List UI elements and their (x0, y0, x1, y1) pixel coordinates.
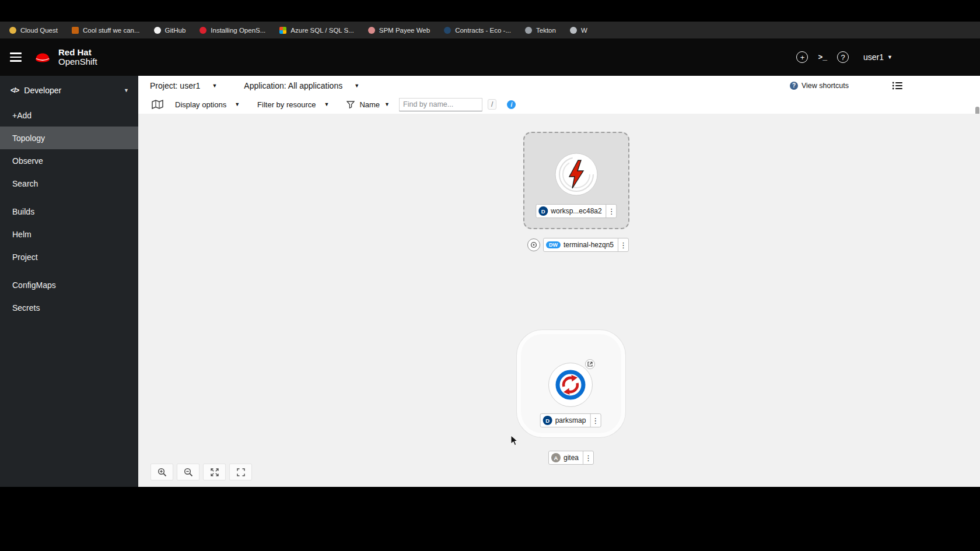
devworkspace-badge: DW (546, 241, 561, 248)
kebab-menu-icon[interactable]: ⋮ (590, 414, 600, 427)
redhat-fedora-icon (32, 50, 53, 65)
context-bar: Project: user1 ▼ Application: All applic… (138, 76, 980, 96)
zoom-out-button[interactable] (177, 464, 200, 480)
sidebar-item-helm[interactable]: Helm (0, 223, 138, 245)
chevron-down-icon: ▼ (124, 87, 129, 93)
brand-text: Red Hat OpenShift (58, 48, 97, 66)
hamburger-menu-icon[interactable] (10, 52, 22, 62)
name-filter-dropdown[interactable]: Name ▼ (346, 100, 390, 109)
display-options-dropdown[interactable]: Display options ▼ (175, 100, 240, 109)
sidebar-item-add[interactable]: +Add (0, 104, 138, 127)
mouse-cursor-icon (510, 435, 519, 446)
name-filter-label: Name (359, 100, 380, 109)
bookmark-cloud-quest[interactable]: Cloud Quest (9, 27, 58, 34)
parksmap-sync-icon (554, 368, 587, 401)
gitea-node-label[interactable]: A gitea ⋮ (548, 451, 594, 465)
bookmarks-bar: Cloud Quest Cool stuff we can... GitHub … (0, 22, 980, 38)
bookmark-label: Installing OpenS... (211, 27, 265, 34)
workspace-node[interactable]: D worksp...ec48a2 ⋮ (523, 132, 629, 229)
chevron-down-icon: ▼ (212, 83, 217, 89)
sidebar: </> Developer ▼ +Add Topology Observe Se… (0, 76, 138, 487)
kebab-menu-icon[interactable]: ⋮ (606, 205, 617, 217)
bookmark-github[interactable]: GitHub (154, 27, 186, 34)
masthead: Red Hat OpenShift + >_ ? user1 ▼ (0, 38, 980, 76)
display-options-label: Display options (175, 100, 226, 109)
filter-funnel-icon (346, 101, 355, 108)
bookmark-label: Contracts - Eco -... (455, 27, 511, 34)
project-dropdown[interactable]: Project: user1 ▼ (150, 81, 217, 90)
devworkspace-bolt-icon[interactable] (554, 152, 598, 196)
web-terminal-icon[interactable]: >_ (818, 53, 827, 62)
perspective-switcher[interactable]: </> Developer ▼ (0, 76, 138, 104)
chevron-down-icon: ▼ (324, 101, 330, 107)
parksmap-node-name: parksmap (555, 416, 590, 424)
bookmark-azure-sql[interactable]: Azure SQL / SQL S... (279, 27, 354, 34)
deployment-badge: D (543, 416, 552, 425)
terminal-node[interactable]: DW terminal-hezqn5 ⋮ (527, 238, 629, 252)
chevron-down-icon: ▼ (384, 101, 390, 107)
kebab-menu-icon[interactable]: ⋮ (618, 238, 628, 251)
chevron-down-icon: ▼ (235, 101, 240, 107)
workspace-node-label[interactable]: D worksp...ec48a2 ⋮ (536, 204, 617, 218)
zoom-in-button[interactable] (150, 464, 173, 480)
parksmap-node-label[interactable]: D parksmap ⋮ (540, 413, 601, 427)
bookmark-favicon-icon (444, 27, 451, 34)
bookmark-label: SPM Payee Web (379, 27, 430, 34)
list-view-icon[interactable] (892, 81, 903, 90)
bookmark-w[interactable]: W (570, 27, 587, 34)
fit-to-screen-button[interactable] (203, 464, 226, 480)
help-icon[interactable]: ? (837, 51, 849, 63)
bookmark-installing-openshift[interactable]: Installing OpenS... (200, 27, 265, 34)
add-plus-icon[interactable]: + (796, 51, 808, 63)
globe-icon (570, 27, 577, 34)
bookmark-label: W (581, 27, 587, 34)
sidebar-item-label: Project (12, 252, 38, 262)
brand-logo: Red Hat OpenShift (32, 48, 97, 66)
parksmap-node[interactable] (548, 363, 593, 407)
bookmark-cool-stuff[interactable]: Cool stuff we can... (72, 27, 140, 34)
find-by-name-input[interactable] (399, 98, 482, 111)
view-shortcuts-label: View shortcuts (802, 82, 849, 90)
bookmark-contracts[interactable]: Contracts - Eco -... (444, 27, 511, 34)
openshift-icon (200, 27, 206, 34)
sidebar-item-label: Builds (12, 207, 34, 216)
sidebar-item-configmaps[interactable]: ConfigMaps (0, 273, 138, 296)
external-link-icon[interactable] (585, 359, 595, 369)
info-icon[interactable]: i (507, 100, 516, 109)
topology-canvas[interactable]: D worksp...ec48a2 ⋮ DW terminal-hezqn5 ⋮ (138, 114, 980, 487)
slash-shortcut-key: / (488, 99, 496, 110)
user-menu[interactable]: user1 ▼ (863, 52, 892, 62)
sidebar-item-label: Search (12, 179, 38, 188)
filter-by-resource-dropdown[interactable]: Filter by resource ▼ (257, 100, 329, 109)
gitea-node-name: gitea (564, 454, 583, 462)
filter-by-resource-label: Filter by resource (257, 100, 316, 109)
devworkspace-decorator-icon[interactable] (527, 238, 540, 251)
bookmark-label: GitHub (165, 27, 186, 34)
bookmark-label: Azure SQL / SQL S... (290, 27, 354, 34)
sidebar-item-builds[interactable]: Builds (0, 200, 138, 223)
application-badge: A (551, 453, 561, 462)
bookmark-label: Cloud Quest (20, 27, 58, 34)
bookmark-tekton[interactable]: Tekton (525, 27, 556, 34)
sidebar-item-topology[interactable]: Topology (0, 127, 138, 149)
view-shortcuts-button[interactable]: ? View shortcuts (790, 82, 849, 90)
application-dropdown[interactable]: Application: All applications ▼ (244, 81, 359, 90)
sidebar-item-search[interactable]: Search (0, 172, 138, 195)
bookmark-spm-payee-web[interactable]: SPM Payee Web (368, 27, 430, 34)
sidebar-item-observe[interactable]: Observe (0, 149, 138, 172)
kebab-menu-icon[interactable]: ⋮ (583, 451, 593, 464)
sidebar-item-label: Observe (12, 156, 43, 166)
bookmark-favicon-icon (72, 27, 79, 34)
sidebar-item-secrets[interactable]: Secrets (0, 296, 138, 319)
code-icon: </> (10, 86, 19, 94)
zoom-controls (150, 464, 252, 480)
fullscreen-button[interactable] (229, 464, 252, 480)
terminal-node-label[interactable]: DW terminal-hezqn5 ⋮ (543, 238, 629, 252)
export-application-icon[interactable] (151, 99, 164, 110)
bookmark-label: Cool stuff we can... (83, 27, 140, 34)
bookmark-favicon-icon (368, 27, 375, 34)
perspective-label: Developer (24, 86, 61, 95)
sidebar-item-project[interactable]: Project (0, 245, 138, 268)
sidebar-item-label: Secrets (12, 303, 40, 313)
sidebar-item-label: Helm (12, 230, 32, 239)
